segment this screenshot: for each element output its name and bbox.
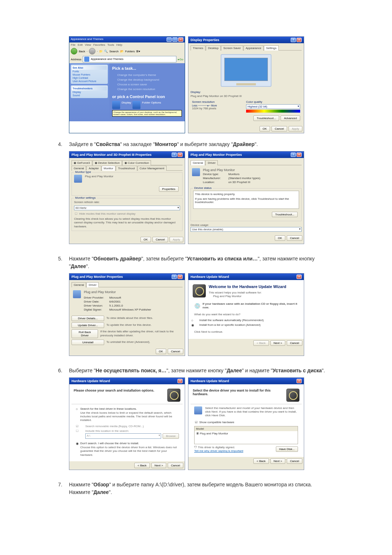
tab-general[interactable]: General: [191, 160, 205, 165]
tab-desktop[interactable]: Desktop: [206, 45, 221, 50]
cancel-button[interactable]: Cancel: [152, 237, 168, 242]
next-button[interactable]: Next >: [151, 463, 166, 468]
browse-button[interactable]: Browse: [163, 433, 179, 439]
driver-details-button[interactable]: Driver Details...: [72, 316, 104, 321]
cancel-button[interactable]: Cancel: [287, 235, 302, 241]
help-icon[interactable]: ?: [172, 153, 177, 157]
minimize-icon[interactable]: -: [167, 37, 172, 42]
close-icon[interactable]: ×: [297, 153, 302, 157]
radio-dont-search[interactable]: Don't search. I will choose the driver t…: [75, 441, 179, 446]
close-icon[interactable]: ×: [177, 379, 183, 383]
update-driver-button[interactable]: Update Driver...: [72, 323, 104, 328]
tab-driver[interactable]: Driver: [205, 160, 217, 165]
path-dropdown[interactable]: A:\: [85, 433, 161, 439]
up-icon[interactable]: 📁: [99, 50, 103, 53]
help-icon[interactable]: ?: [291, 153, 296, 157]
back-button[interactable]: < Back: [253, 458, 269, 464]
views-icon[interactable]: ⊞▾: [136, 50, 140, 53]
close-icon[interactable]: ×: [297, 38, 302, 42]
tab-general[interactable]: General: [72, 166, 86, 171]
properties-button[interactable]: Properties: [159, 186, 179, 192]
cancel-button[interactable]: Cancel: [287, 340, 302, 346]
close-icon[interactable]: ×: [297, 275, 302, 279]
radio-list[interactable]: Install from a list or specific location…: [191, 323, 302, 327]
sidebar-link[interactable]: High Contrast: [72, 76, 107, 80]
tab-appearance[interactable]: Appearance: [244, 45, 264, 50]
menu-edit[interactable]: Edit: [78, 43, 83, 46]
why-signing-link[interactable]: Tell me why driver signing is important: [194, 449, 243, 453]
menu-file[interactable]: File: [71, 43, 75, 46]
tab-color-mgmt[interactable]: Color Management: [138, 166, 167, 171]
folder-options-icon[interactable]: [132, 101, 140, 109]
address-input[interactable]: Appearance and Themes: [83, 56, 176, 62]
tab-settings[interactable]: Settings: [264, 45, 279, 50]
close-icon[interactable]: ×: [297, 379, 302, 383]
search-icon[interactable]: 🔍: [104, 50, 108, 53]
sidebar-link[interactable]: Display: [72, 90, 107, 94]
tab-troubleshoot[interactable]: Troubleshoot: [116, 166, 137, 171]
tab-monitor[interactable]: Monitor: [102, 166, 116, 171]
back-button[interactable]: < Back: [253, 340, 269, 346]
apply-button[interactable]: Apply: [170, 237, 183, 242]
close-icon[interactable]: ×: [177, 275, 183, 279]
apply-button[interactable]: Apply: [289, 126, 302, 131]
close-icon[interactable]: ×: [177, 153, 183, 157]
refresh-dropdown[interactable]: 60 Hertz: [74, 206, 180, 210]
tab-driver[interactable]: Driver: [86, 282, 98, 287]
ok-button[interactable]: OK: [275, 235, 286, 241]
step-5-text: 5. Нажмите "Обновить драйвер", затем выб…: [58, 255, 334, 270]
usage-dropdown[interactable]: Use this device (enable): [191, 227, 302, 232]
rollback-button[interactable]: Roll Back Driver: [72, 329, 98, 338]
cancel-button[interactable]: Cancel: [271, 126, 287, 131]
uninstall-button[interactable]: Uninstall: [72, 340, 104, 345]
tab-themes[interactable]: Themes: [191, 45, 205, 50]
model-list-item[interactable]: 🖥 Plug and Play Monitor: [195, 431, 298, 436]
forward-button[interactable]: [89, 48, 95, 54]
folders-icon[interactable]: 📂: [120, 50, 124, 53]
ok-button[interactable]: OK: [140, 237, 151, 242]
sidebar-link[interactable]: User Account Picture: [72, 80, 107, 83]
cancel-button[interactable]: Cancel: [168, 463, 183, 468]
menu-favorites[interactable]: Favorites: [93, 43, 105, 46]
back-button[interactable]: < Back: [134, 463, 150, 468]
task-link[interactable]: Choose a screen saver: [112, 82, 182, 87]
tab-adapter[interactable]: Adapter: [86, 166, 101, 171]
sidebar-link[interactable]: Sound: [72, 94, 107, 97]
help-icon[interactable]: ?: [291, 38, 296, 42]
ok-button[interactable]: OK: [156, 349, 167, 354]
menu-view[interactable]: View: [85, 43, 91, 46]
have-disk-button[interactable]: Have Disk...: [276, 446, 298, 452]
chk-removable[interactable]: Search removable media (floppy, CD-ROM..…: [75, 424, 179, 429]
ok-button[interactable]: OK: [260, 126, 270, 131]
sidebar-link[interactable]: Mouse Pointers: [72, 73, 107, 76]
radio-auto[interactable]: Install the software automatically (Reco…: [191, 318, 302, 323]
tab-screensaver[interactable]: Screen Saver: [221, 45, 243, 50]
next-button[interactable]: Next >: [270, 458, 285, 464]
troubleshoot-button[interactable]: Troubleshoot...: [272, 212, 298, 217]
sidebar-link[interactable]: Fonts: [72, 70, 107, 73]
cancel-button[interactable]: Cancel: [287, 458, 302, 464]
help-icon[interactable]: ?: [172, 275, 177, 279]
advanced-button[interactable]: Advanced: [281, 116, 300, 121]
hide-modes-checkbox[interactable]: Hide modes that this monitor cannot disp…: [74, 211, 180, 216]
chk-compat[interactable]: Show compatible hardware: [194, 420, 298, 425]
color-dropdown[interactable]: Highest (32 bit): [246, 104, 300, 109]
radio-search[interactable]: Search for the best driver in these loca…: [75, 406, 179, 411]
tab-general[interactable]: General: [72, 282, 86, 287]
maximize-icon[interactable]: □: [172, 37, 177, 42]
cancel-button[interactable]: Cancel: [168, 349, 183, 354]
display-icon[interactable]: [112, 101, 120, 109]
menu-tools[interactable]: Tools: [107, 43, 114, 46]
task-link[interactable]: Change the desktop background: [112, 77, 182, 82]
chk-location[interactable]: Include this location in the search:: [75, 429, 179, 433]
task-link[interactable]: Change the screen resolution: [112, 87, 182, 92]
troubleshoot-button[interactable]: Troubleshoot...: [253, 116, 279, 121]
task-link[interactable]: Change the computer's theme: [112, 73, 182, 77]
go-button[interactable]: ▸Go: [178, 58, 183, 61]
menu-help[interactable]: Help: [116, 43, 122, 46]
wizard-heading: Welcome to the Hardware Update Wizard: [209, 284, 286, 289]
monitor-name: Plug and Play Monitor: [85, 175, 180, 178]
back-button[interactable]: [71, 48, 77, 54]
close-icon[interactable]: ×: [178, 37, 183, 42]
next-button[interactable]: Next >: [270, 340, 285, 346]
